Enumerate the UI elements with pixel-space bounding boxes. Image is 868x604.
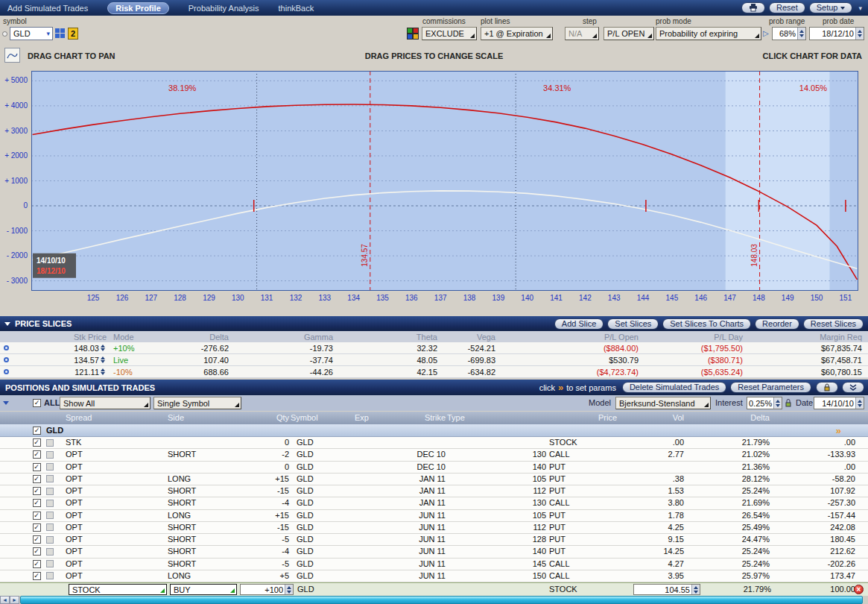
collapse-triangle-icon[interactable] bbox=[3, 401, 9, 405]
row-checkbox[interactable]: ✓ bbox=[33, 512, 41, 520]
row-checkbox[interactable]: ✓ bbox=[33, 487, 41, 495]
position-row[interactable]: ✓ OPT SHORT -5 GLD JUN 11 145 CALL 4.27 … bbox=[0, 559, 868, 570]
row-swatch[interactable] bbox=[46, 512, 54, 519]
show-all-dropdown[interactable]: Show All bbox=[60, 397, 151, 409]
plot-lines-dropdown[interactable]: +1 @ Expiration bbox=[481, 27, 553, 40]
edit-spread-dropdown[interactable]: STOCK bbox=[69, 584, 167, 595]
step-dropdown[interactable]: N/A bbox=[565, 27, 599, 40]
slice-price-stepper[interactable] bbox=[99, 345, 107, 351]
row-swatch[interactable] bbox=[46, 488, 54, 495]
slice-mode[interactable]: Live bbox=[109, 355, 145, 365]
collapse-section-icon[interactable] bbox=[4, 322, 10, 326]
symbol-group-row[interactable]: ✓ GLD » bbox=[0, 424, 868, 437]
position-row[interactable]: ✓ STK 0 GLD STOCK .00 21.79% .00 bbox=[0, 437, 868, 449]
position-row[interactable]: ✓ OPT LONG +5 GLD JUN 11 150 CALL 3.95 2… bbox=[0, 570, 868, 582]
row-checkbox[interactable]: ✓ bbox=[33, 438, 41, 447]
lock-button[interactable] bbox=[816, 382, 838, 393]
play-icon[interactable]: ▷ bbox=[763, 29, 769, 37]
group-checkbox[interactable]: ✓ bbox=[33, 427, 41, 435]
risk-profile-plot[interactable]: 134.57148.0338.19%34.31%14.05%14/10/1018… bbox=[31, 71, 858, 291]
row-checkbox[interactable]: ✓ bbox=[33, 463, 41, 471]
pl-mode-dropdown[interactable]: P/L OPEN bbox=[604, 27, 654, 40]
tab-probability-analysis[interactable]: Probability Analysis bbox=[189, 4, 259, 13]
row-swatch[interactable] bbox=[46, 560, 54, 567]
slice-mode[interactable]: -10% bbox=[109, 367, 145, 377]
interest-lock-icon[interactable] bbox=[785, 398, 792, 407]
remove-order-button[interactable]: × bbox=[854, 585, 864, 594]
stepper-arrows-icon[interactable] bbox=[855, 397, 864, 409]
reset-button[interactable]: Reset bbox=[769, 2, 805, 13]
row-swatch[interactable] bbox=[46, 536, 54, 544]
scroll-left-button[interactable]: ◄ bbox=[0, 596, 10, 604]
prob-mode-dropdown[interactable]: Probability of expiring bbox=[656, 27, 761, 40]
delete-simulated-trades-button[interactable]: Delete Simulated Trades bbox=[622, 382, 726, 393]
position-row[interactable]: ✓ OPT LONG +15 GLD JUN 11 105 PUT 1.78 2… bbox=[0, 510, 868, 522]
print-button[interactable] bbox=[741, 2, 765, 13]
all-checkbox[interactable]: ✓ bbox=[33, 399, 41, 407]
stepper-arrows-icon[interactable] bbox=[285, 585, 293, 594]
row-checkbox[interactable]: ✓ bbox=[33, 560, 41, 568]
symbol-dropdown-icon[interactable]: ▾ bbox=[46, 31, 50, 37]
row-swatch[interactable] bbox=[46, 475, 54, 482]
row-swatch[interactable] bbox=[46, 439, 54, 447]
slice-mode[interactable]: +10% bbox=[109, 343, 145, 353]
link-number-badge[interactable]: 2 bbox=[68, 28, 78, 40]
add-slice-button[interactable]: Add Slice bbox=[554, 318, 604, 330]
position-row[interactable]: ✓ OPT SHORT -2 GLD DEC 10 130 CALL 2.77 … bbox=[0, 449, 868, 461]
stepper-arrows-icon[interactable] bbox=[773, 397, 782, 409]
symbol-input[interactable]: GLD ▾ bbox=[10, 27, 53, 40]
row-checkbox[interactable]: ✓ bbox=[33, 535, 41, 544]
tab-add-simulated-trades[interactable]: Add Simulated Trades bbox=[7, 4, 88, 13]
set-slices-button[interactable]: Set Slices bbox=[607, 318, 659, 330]
edit-side-dropdown[interactable]: BUY bbox=[170, 584, 237, 595]
interest-stepper[interactable]: 0.25% bbox=[747, 397, 782, 409]
row-checkbox[interactable]: ✓ bbox=[33, 450, 41, 459]
slice-price-stepper[interactable] bbox=[99, 368, 107, 375]
row-swatch[interactable] bbox=[46, 548, 54, 556]
row-checkbox[interactable]: ✓ bbox=[33, 475, 41, 483]
date-stepper[interactable]: 14/10/10 bbox=[814, 397, 864, 409]
collapse-caret-icon[interactable]: ▾ bbox=[856, 4, 864, 12]
tab-thinkback[interactable]: thinkBack bbox=[279, 4, 314, 13]
stepper-arrows-icon[interactable] bbox=[855, 28, 864, 40]
row-swatch[interactable] bbox=[46, 463, 54, 471]
position-row[interactable]: ✓ OPT SHORT -4 GLD JAN 11 130 CALL 3.80 … bbox=[0, 497, 868, 509]
reorder-button[interactable]: Reorder bbox=[755, 318, 799, 330]
slice-price-stepper[interactable] bbox=[99, 356, 107, 363]
position-row[interactable]: ✓ OPT SHORT -15 GLD JUN 11 112 PUT 4.25 … bbox=[0, 522, 868, 534]
prob-date-stepper[interactable]: 18/12/10 bbox=[809, 27, 864, 40]
edit-price-stepper[interactable]: 104.55 bbox=[633, 584, 700, 595]
position-row[interactable]: ✓ OPT SHORT -5 GLD JUN 11 128 PUT 9.15 2… bbox=[0, 534, 868, 546]
link-grid-icon[interactable] bbox=[55, 28, 65, 38]
chart-mode-button[interactable] bbox=[4, 48, 20, 63]
scroll-right-button[interactable]: ► bbox=[10, 596, 19, 604]
position-row[interactable]: ✓ OPT LONG +15 GLD JAN 11 105 PUT .38 28… bbox=[0, 474, 868, 485]
stepper-arrows-icon[interactable] bbox=[797, 28, 805, 40]
row-checkbox[interactable]: ✓ bbox=[33, 523, 41, 532]
row-swatch[interactable] bbox=[46, 451, 54, 459]
scrollbar-thumb[interactable] bbox=[20, 596, 863, 604]
row-swatch[interactable] bbox=[46, 572, 54, 579]
collapse-panel-button[interactable] bbox=[842, 382, 864, 393]
style-grid-icon[interactable] bbox=[407, 28, 419, 40]
slice-marker-icon[interactable] bbox=[4, 345, 9, 350]
row-swatch[interactable] bbox=[46, 523, 54, 531]
reset-parameters-button[interactable]: Reset Parameters bbox=[730, 382, 811, 393]
edit-qty-stepper[interactable]: +100 bbox=[240, 584, 294, 595]
commissions-dropdown[interactable]: EXCLUDE bbox=[422, 27, 477, 40]
position-row[interactable]: ✓ OPT SHORT -4 GLD JUN 11 140 PUT 14.25 … bbox=[0, 546, 868, 558]
x-axis-labels[interactable]: 1251261271281291301311321331341351361371… bbox=[31, 294, 858, 304]
reset-slices-button[interactable]: Reset Slices bbox=[803, 318, 864, 330]
tab-risk-profile[interactable]: Risk Profile bbox=[107, 2, 169, 14]
set-slices-to-charts-button[interactable]: Set Slices To Charts bbox=[662, 318, 751, 330]
row-checkbox[interactable]: ✓ bbox=[33, 499, 41, 507]
row-swatch[interactable] bbox=[46, 500, 54, 507]
model-dropdown[interactable]: Bjerksund-Stensland bbox=[615, 397, 711, 409]
prob-range-stepper[interactable]: 68% bbox=[772, 27, 806, 40]
slice-marker-icon[interactable] bbox=[4, 357, 9, 362]
row-checkbox[interactable]: ✓ bbox=[33, 547, 41, 556]
position-row[interactable]: ✓ OPT SHORT -15 GLD JAN 11 112 PUT 1.53 … bbox=[0, 485, 868, 497]
setup-button[interactable]: Setup bbox=[809, 2, 853, 13]
set-params-icon[interactable]: » bbox=[836, 426, 841, 435]
position-row[interactable]: ✓ OPT 0 GLD DEC 10 140 PUT 21.36% .00 bbox=[0, 462, 868, 474]
